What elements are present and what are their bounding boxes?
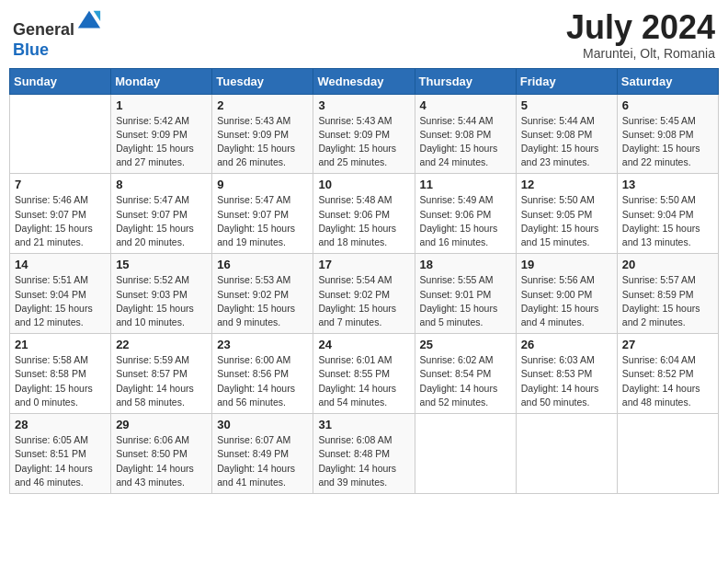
day-number: 7 [15, 178, 106, 191]
day-number: 12 [521, 178, 612, 191]
title-block: July 2024 Maruntei, Olt, Romania [566, 9, 715, 61]
day-info: Sunrise: 6:05 AM Sunset: 8:51 PM Dayligh… [15, 433, 106, 489]
calendar-cell [617, 414, 718, 494]
calendar-cell: 5Sunrise: 5:44 AM Sunset: 9:08 PM Daylig… [516, 94, 617, 174]
day-number: 5 [521, 98, 612, 112]
day-number: 9 [217, 178, 308, 191]
calendar-cell: 3Sunrise: 5:43 AM Sunset: 9:09 PM Daylig… [313, 94, 415, 174]
weekday-header-tuesday: Tuesday [212, 68, 313, 94]
day-info: Sunrise: 5:59 AM Sunset: 8:57 PM Dayligh… [116, 353, 207, 409]
calendar-cell [516, 414, 617, 494]
day-info: Sunrise: 6:01 AM Sunset: 8:55 PM Dayligh… [318, 353, 409, 409]
calendar-cell: 6Sunrise: 5:45 AM Sunset: 9:08 PM Daylig… [617, 94, 718, 174]
calendar-cell: 15Sunrise: 5:52 AM Sunset: 9:03 PM Dayli… [111, 254, 212, 334]
calendar-cell: 24Sunrise: 6:01 AM Sunset: 8:55 PM Dayli… [313, 334, 415, 414]
day-number: 17 [318, 258, 409, 271]
calendar-week-row: 1Sunrise: 5:42 AM Sunset: 9:09 PM Daylig… [10, 94, 719, 174]
calendar-cell [415, 414, 516, 494]
day-info: Sunrise: 5:57 AM Sunset: 8:59 PM Dayligh… [622, 273, 713, 329]
day-number: 1 [116, 98, 207, 112]
calendar-cell: 2Sunrise: 5:43 AM Sunset: 9:09 PM Daylig… [212, 94, 313, 174]
logo: General Blue [13, 9, 102, 60]
calendar-cell: 20Sunrise: 5:57 AM Sunset: 8:59 PM Dayli… [617, 254, 718, 334]
calendar-cell: 27Sunrise: 6:04 AM Sunset: 8:52 PM Dayli… [617, 334, 718, 414]
day-number: 31 [318, 418, 409, 431]
calendar-cell: 9Sunrise: 5:47 AM Sunset: 9:07 PM Daylig… [212, 174, 313, 254]
logo-icon [76, 9, 102, 35]
day-info: Sunrise: 6:03 AM Sunset: 8:53 PM Dayligh… [521, 353, 612, 409]
day-info: Sunrise: 5:54 AM Sunset: 9:02 PM Dayligh… [318, 273, 409, 329]
day-info: Sunrise: 5:49 AM Sunset: 9:06 PM Dayligh… [420, 193, 511, 249]
calendar-cell: 23Sunrise: 6:00 AM Sunset: 8:56 PM Dayli… [212, 334, 313, 414]
calendar-week-row: 28Sunrise: 6:05 AM Sunset: 8:51 PM Dayli… [10, 414, 719, 494]
day-number: 20 [622, 258, 713, 271]
day-number: 23 [217, 338, 308, 351]
day-number: 28 [15, 418, 106, 431]
calendar-cell: 8Sunrise: 5:47 AM Sunset: 9:07 PM Daylig… [111, 174, 212, 254]
day-info: Sunrise: 6:06 AM Sunset: 8:50 PM Dayligh… [116, 433, 207, 489]
day-number: 11 [420, 178, 511, 191]
day-info: Sunrise: 5:58 AM Sunset: 8:58 PM Dayligh… [15, 353, 106, 409]
calendar-cell: 12Sunrise: 5:50 AM Sunset: 9:05 PM Dayli… [516, 174, 617, 254]
calendar-cell: 22Sunrise: 5:59 AM Sunset: 8:57 PM Dayli… [111, 334, 212, 414]
day-info: Sunrise: 6:08 AM Sunset: 8:48 PM Dayligh… [318, 433, 409, 489]
day-number: 19 [521, 258, 612, 271]
day-number: 27 [622, 338, 713, 351]
calendar-cell: 19Sunrise: 5:56 AM Sunset: 9:00 PM Dayli… [516, 254, 617, 334]
day-number: 22 [116, 338, 207, 351]
weekday-header-friday: Friday [516, 68, 617, 94]
calendar-cell: 10Sunrise: 5:48 AM Sunset: 9:06 PM Dayli… [313, 174, 415, 254]
day-number: 16 [217, 258, 308, 271]
calendar-cell: 25Sunrise: 6:02 AM Sunset: 8:54 PM Dayli… [415, 334, 516, 414]
day-number: 15 [116, 258, 207, 271]
calendar-cell: 13Sunrise: 5:50 AM Sunset: 9:04 PM Dayli… [617, 174, 718, 254]
day-info: Sunrise: 5:48 AM Sunset: 9:06 PM Dayligh… [318, 193, 409, 249]
calendar-cell: 26Sunrise: 6:03 AM Sunset: 8:53 PM Dayli… [516, 334, 617, 414]
day-number: 8 [116, 178, 207, 191]
day-info: Sunrise: 5:53 AM Sunset: 9:02 PM Dayligh… [217, 273, 308, 329]
day-number: 13 [622, 178, 713, 191]
calendar-cell: 31Sunrise: 6:08 AM Sunset: 8:48 PM Dayli… [313, 414, 415, 494]
day-info: Sunrise: 6:02 AM Sunset: 8:54 PM Dayligh… [420, 353, 511, 409]
calendar-week-row: 14Sunrise: 5:51 AM Sunset: 9:04 PM Dayli… [10, 254, 719, 334]
day-info: Sunrise: 6:07 AM Sunset: 8:49 PM Dayligh… [217, 433, 308, 489]
day-info: Sunrise: 5:55 AM Sunset: 9:01 PM Dayligh… [420, 273, 511, 329]
day-info: Sunrise: 5:56 AM Sunset: 9:00 PM Dayligh… [521, 273, 612, 329]
calendar-table: SundayMondayTuesdayWednesdayThursdayFrid… [9, 68, 719, 494]
weekday-header-thursday: Thursday [415, 68, 516, 94]
day-number: 21 [15, 338, 106, 351]
day-info: Sunrise: 5:51 AM Sunset: 9:04 PM Dayligh… [15, 273, 106, 329]
day-info: Sunrise: 5:44 AM Sunset: 9:08 PM Dayligh… [521, 114, 612, 170]
day-number: 4 [420, 98, 511, 112]
day-info: Sunrise: 5:43 AM Sunset: 9:09 PM Dayligh… [318, 114, 409, 170]
day-number: 29 [116, 418, 207, 431]
day-info: Sunrise: 5:43 AM Sunset: 9:09 PM Dayligh… [217, 114, 308, 170]
day-info: Sunrise: 5:47 AM Sunset: 9:07 PM Dayligh… [116, 193, 207, 249]
weekday-header-wednesday: Wednesday [313, 68, 415, 94]
calendar-cell: 4Sunrise: 5:44 AM Sunset: 9:08 PM Daylig… [415, 94, 516, 174]
location-subtitle: Maruntei, Olt, Romania [566, 46, 715, 61]
calendar-week-row: 7Sunrise: 5:46 AM Sunset: 9:07 PM Daylig… [10, 174, 719, 254]
day-number: 30 [217, 418, 308, 431]
calendar-cell: 1Sunrise: 5:42 AM Sunset: 9:09 PM Daylig… [111, 94, 212, 174]
day-number: 6 [622, 98, 713, 112]
calendar-cell: 17Sunrise: 5:54 AM Sunset: 9:02 PM Dayli… [313, 254, 415, 334]
month-year-title: July 2024 [566, 9, 715, 46]
day-number: 3 [318, 98, 409, 112]
day-number: 14 [15, 258, 106, 271]
day-info: Sunrise: 5:46 AM Sunset: 9:07 PM Dayligh… [15, 193, 106, 249]
day-info: Sunrise: 5:47 AM Sunset: 9:07 PM Dayligh… [217, 193, 308, 249]
calendar-cell: 30Sunrise: 6:07 AM Sunset: 8:49 PM Dayli… [212, 414, 313, 494]
calendar-cell: 28Sunrise: 6:05 AM Sunset: 8:51 PM Dayli… [10, 414, 111, 494]
day-info: Sunrise: 6:04 AM Sunset: 8:52 PM Dayligh… [622, 353, 713, 409]
day-number: 18 [420, 258, 511, 271]
day-info: Sunrise: 5:44 AM Sunset: 9:08 PM Dayligh… [420, 114, 511, 170]
day-number: 25 [420, 338, 511, 351]
calendar-cell: 14Sunrise: 5:51 AM Sunset: 9:04 PM Dayli… [10, 254, 111, 334]
calendar-week-row: 21Sunrise: 5:58 AM Sunset: 8:58 PM Dayli… [10, 334, 719, 414]
day-info: Sunrise: 5:52 AM Sunset: 9:03 PM Dayligh… [116, 273, 207, 329]
weekday-header-saturday: Saturday [617, 68, 718, 94]
page-header: General Blue July 2024 Maruntei, Olt, Ro… [9, 9, 719, 61]
weekday-header-sunday: Sunday [10, 68, 111, 94]
calendar-cell: 16Sunrise: 5:53 AM Sunset: 9:02 PM Dayli… [212, 254, 313, 334]
